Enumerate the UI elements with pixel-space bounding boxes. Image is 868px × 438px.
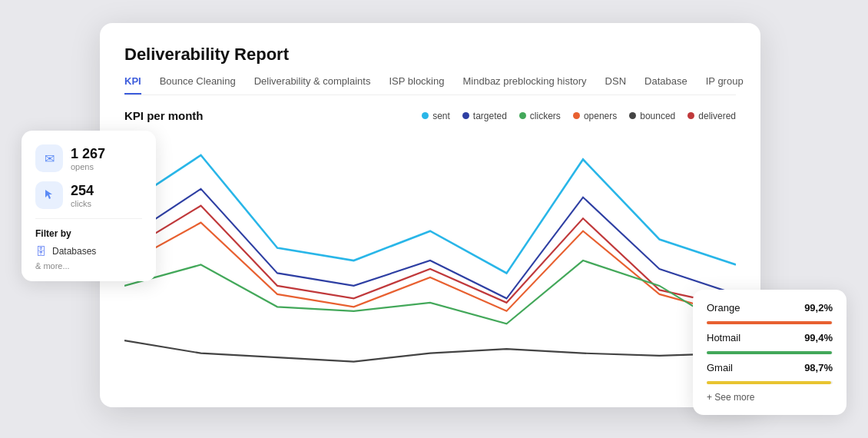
tab-kpi[interactable]: KPI	[124, 75, 141, 95]
clicks-value: 254	[71, 183, 94, 199]
legend-clickers: clickers	[519, 111, 561, 121]
legend-dot-openers	[573, 112, 580, 119]
tab-isp-blocking[interactable]: ISP blocking	[389, 75, 444, 95]
kpi-chart	[124, 130, 736, 391]
cursor-svg	[42, 188, 56, 202]
legend-dot-sent	[422, 112, 429, 119]
legend-label-targeted: targeted	[473, 111, 507, 121]
legend-sent: sent	[422, 111, 450, 121]
report-title: Deliverability Report	[124, 45, 736, 65]
isp-name-orange: Orange	[707, 302, 740, 314]
isp-bar-bg-orange	[707, 321, 833, 324]
legend-openers: openers	[573, 111, 617, 121]
tab-mindbaz[interactable]: Mindbaz preblocking history	[462, 75, 586, 95]
isp-pct-gmail: 98,7%	[804, 362, 833, 373]
legend-label-clickers: clickers	[530, 111, 561, 121]
tab-bar: KPI Bounce Cleaning Deliverability & com…	[124, 75, 736, 95]
filter-row[interactable]: 🗄 Databases	[35, 245, 142, 257]
isp-row-orange: Orange 99,2%	[707, 302, 833, 314]
isp-pct-orange: 99,2%	[804, 302, 833, 314]
isp-bar-fill-orange	[707, 321, 832, 324]
isp-bar-fill-hotmail	[707, 351, 832, 354]
clicks-icon	[35, 181, 63, 209]
legend-dot-bounced	[629, 112, 636, 119]
filter-databases: Databases	[52, 246, 96, 257]
isp-bar-bg-hotmail	[707, 351, 833, 354]
tab-database[interactable]: Database	[644, 75, 687, 95]
clicks-label: clicks	[71, 199, 94, 208]
isp-name-gmail: Gmail	[707, 362, 733, 373]
opens-info: 1 267 opens	[71, 146, 105, 171]
opens-label: opens	[71, 162, 105, 171]
opens-value: 1 267	[71, 146, 105, 162]
opens-icon: ✉	[35, 144, 63, 172]
tab-bounce-cleaning[interactable]: Bounce Cleaning	[160, 75, 236, 95]
database-icon: 🗄	[35, 245, 46, 257]
filter-more[interactable]: & more...	[35, 261, 142, 270]
chart-svg	[124, 130, 736, 391]
legend-targeted: targeted	[462, 111, 507, 121]
legend-label-bounced: bounced	[640, 111, 675, 121]
legend-dot-delivered	[687, 112, 694, 119]
legend-label-sent: sent	[432, 111, 450, 121]
filter-label: Filter by	[35, 228, 142, 239]
isp-row-gmail: Gmail 98,7%	[707, 362, 833, 373]
clicks-stat-row: 254 clicks	[35, 181, 142, 209]
stats-card: ✉ 1 267 opens 254 clicks Filter by 🗄 Dat…	[22, 131, 156, 281]
isp-card: Orange 99,2% Hotmail 99,4% Gmail 98,7% +…	[693, 290, 846, 415]
legend-dot-targeted	[462, 112, 469, 119]
chart-title: KPI per month	[124, 109, 204, 122]
legend-dot-clickers	[519, 112, 526, 119]
tab-dsn[interactable]: DSN	[605, 75, 626, 95]
chart-legend: sent targeted clickers openers bounced d…	[422, 111, 736, 121]
tab-deliverability-complaints[interactable]: Deliverability & complaints	[254, 75, 371, 95]
legend-delivered: delivered	[687, 111, 736, 121]
main-report-card: Deliverability Report KPI Bounce Cleanin…	[100, 23, 760, 407]
opens-stat-row: ✉ 1 267 opens	[35, 144, 142, 172]
isp-bar-fill-gmail	[707, 381, 831, 384]
isp-bar-bg-gmail	[707, 381, 833, 384]
see-more-link[interactable]: + See more	[707, 392, 833, 403]
clicks-info: 254 clicks	[71, 183, 94, 208]
legend-label-openers: openers	[584, 111, 617, 121]
isp-pct-hotmail: 99,4%	[804, 332, 833, 343]
isp-row-hotmail: Hotmail 99,4%	[707, 332, 833, 343]
legend-label-delivered: delivered	[698, 111, 736, 121]
legend-bounced: bounced	[629, 111, 675, 121]
tab-ip-group[interactable]: IP group	[706, 75, 744, 95]
chart-header: KPI per month sent targeted clickers ope…	[124, 109, 736, 122]
isp-name-hotmail: Hotmail	[707, 332, 740, 343]
filter-section: Filter by 🗄 Databases & more...	[35, 218, 142, 270]
